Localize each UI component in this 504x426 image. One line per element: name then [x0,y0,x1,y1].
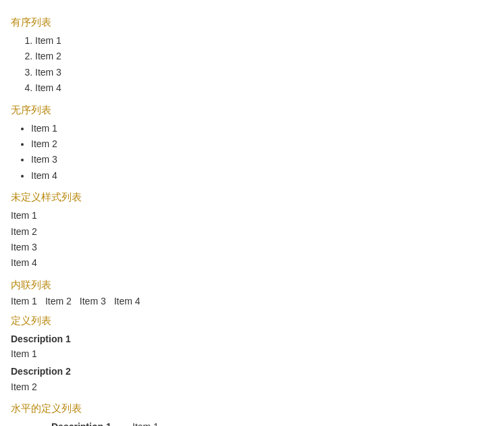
list-item: Item 3 [31,152,493,167]
list-item: Item 4 [11,255,493,270]
unstyled-list-title: 未定义样式列表 [11,191,493,204]
unordered-list: Item 1 Item 2 Item 3 Item 4 [31,121,493,184]
list-item: Item 3 [80,296,106,307]
inline-list-title: 内联列表 [11,279,493,292]
definition-term: Description 1 [51,419,132,426]
inline-list: Item 1 Item 2 Item 3 Item 4 [11,296,493,307]
definition-desc: Item 1 [11,346,493,361]
list-item: Item 1 [35,33,493,48]
definition-desc: Item 1 [132,419,159,426]
ordered-list-title: 有序列表 [11,16,493,29]
ordered-list: Item 1 Item 2 Item 3 Item 4 [35,33,493,96]
list-item: Item 2 [35,49,493,63]
list-item: Item 2 [11,224,493,239]
unstyled-list: Item 1 Item 2 Item 3 Item 4 [11,208,493,271]
definition-desc: Item 2 [11,379,493,394]
definition-list-title: 定义列表 [11,315,493,327]
list-item: Item 4 [114,296,141,307]
list-item: Item 2 [31,136,493,151]
horizontal-definition-list-title: 水平的定义列表 [11,402,493,415]
list-item: Item 3 [35,65,493,80]
horizontal-definition-list: Description 1 Item 1 Description 2 Item … [11,419,493,426]
definition-term: Description 2 [11,364,493,379]
list-item: Item 4 [31,168,493,183]
list-item: Item 1 [31,121,493,136]
list-item: Item 4 [35,80,493,95]
list-item: Item 3 [11,240,493,255]
unordered-list-title: 无序列表 [11,104,493,117]
list-item: Item 1 [11,296,37,307]
list-item: Item 2 [45,296,72,307]
definition-term: Description 1 [11,331,493,346]
dl-row: Description 1 Item 1 [51,419,493,426]
list-item: Item 1 [11,208,493,223]
definition-list: Description 1 Item 1 Description 2 Item … [11,331,493,395]
